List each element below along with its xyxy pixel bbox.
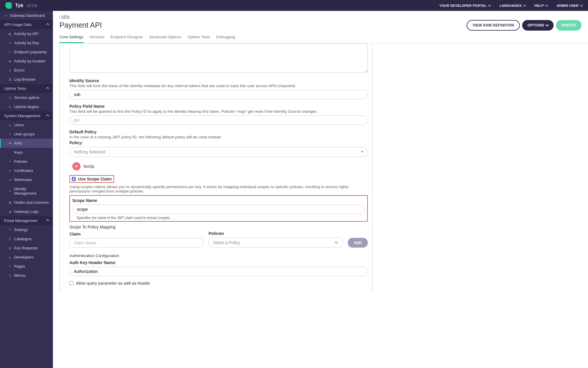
- tyk-logo-icon: [5, 2, 12, 9]
- tabs: Core Settings Versions Endpoint Designer…: [59, 35, 582, 43]
- scope-name-highlight: Scope Name Specifies the value of the JW…: [69, 195, 368, 222]
- error-icon: ⊘: [8, 69, 12, 72]
- log-icon: ▤: [8, 78, 12, 81]
- breadcrumb-apis[interactable]: ‹APIs: [59, 14, 69, 19]
- policy-icon: ✦: [8, 160, 12, 163]
- top-bar: Tyk (4.3.3) YOUR DEVELOPER PORTAL LANGUA…: [0, 0, 588, 11]
- dashboard-icon: ▭: [4, 14, 8, 17]
- sidebar-portal-settings[interactable]: ✎Settings: [0, 225, 53, 234]
- sidebar-webhooks[interactable]: ☍Webhooks: [0, 175, 53, 184]
- sidebar-apis[interactable]: ✱APIs: [0, 139, 53, 148]
- sidebar-user-groups[interactable]: ☷User groups: [0, 130, 53, 139]
- tab-endpoint-designer[interactable]: Endpoint Designer: [111, 35, 143, 43]
- brand-text: Tyk: [15, 3, 24, 8]
- chevron-down-icon: [545, 23, 549, 26]
- sidebar-section-portal[interactable]: Portal Management: [0, 216, 53, 225]
- tab-debugging[interactable]: Debugging: [216, 35, 235, 43]
- public-key-textarea[interactable]: [69, 43, 368, 73]
- use-scope-claim-label: Use Scope Claim: [78, 177, 112, 181]
- key-icon: ✦: [8, 41, 12, 45]
- use-scope-claim-checkbox[interactable]: [72, 177, 76, 181]
- remove-noop-button[interactable]: [72, 162, 81, 170]
- sidebar-menus[interactable]: ☰Menus: [0, 271, 53, 280]
- view-raw-definition-button[interactable]: VIEW RAW DEFINITION: [467, 20, 520, 31]
- identity-source-input[interactable]: [69, 90, 368, 99]
- update-button[interactable]: UPDATE: [556, 20, 582, 31]
- noop-label: NoOp: [83, 164, 94, 169]
- allow-query-label: Allow query parameter as well as header: [76, 281, 150, 286]
- page-title: Payment API: [59, 21, 102, 29]
- sidebar-nodes-licenses[interactable]: ▦Nodes and Licenses: [0, 198, 53, 207]
- sidebar-section-system[interactable]: System Management: [0, 111, 53, 120]
- claim-label: Claim: [69, 232, 204, 236]
- default-policy-placeholder: Nothing Selected: [74, 150, 105, 154]
- sidebar-section-uptime[interactable]: Uptime Tests: [0, 84, 53, 93]
- tab-uptime-tests[interactable]: Uptime Tests: [187, 35, 210, 43]
- webhook-icon: ☍: [8, 178, 12, 182]
- chevron-up-icon: [46, 87, 49, 90]
- chart-icon: ◧: [8, 32, 12, 36]
- scope-name-input[interactable]: [72, 205, 365, 214]
- cert-icon: ●: [8, 169, 12, 173]
- sidebar-activity-by-key[interactable]: ✦Activity by Key: [0, 38, 53, 47]
- topbar-nav: YOUR DEVELOPER PORTAL LANGUAGES HELP ADM…: [440, 4, 583, 7]
- scope-mapping-label: Scope To Policy Mapping: [69, 225, 368, 229]
- globe-icon: ◉: [8, 59, 12, 63]
- noop-row: NoOp: [72, 162, 368, 170]
- chevron-left-icon: ‹: [59, 14, 61, 19]
- claim-name-input[interactable]: [69, 238, 204, 248]
- version-text: (4.3.3): [27, 4, 37, 8]
- auth-header-input[interactable]: [69, 267, 368, 276]
- sidebar-section-api-usage[interactable]: API Usage Data: [0, 20, 53, 29]
- identity-icon: ↲: [8, 189, 12, 193]
- sidebar-gateway-logs[interactable]: ▤Gateway Logs: [0, 207, 53, 216]
- scope-claim-help: Using scopes claims allows you to dynami…: [69, 185, 368, 193]
- tab-core-settings[interactable]: Core Settings: [59, 35, 83, 43]
- chevron-up-icon: [46, 23, 49, 26]
- options-button[interactable]: OPTIONS: [522, 20, 554, 31]
- add-mapping-button[interactable]: ADD: [348, 238, 368, 248]
- tab-versions[interactable]: Versions: [89, 35, 105, 43]
- chevron-down-icon: [523, 3, 526, 6]
- default-policy-block: Default Policy In the case of a missing …: [69, 130, 368, 157]
- sidebar-activity-by-api[interactable]: ◧Activity by API: [0, 29, 53, 38]
- sidebar-uptime-targets[interactable]: ◎Uptime targets: [0, 102, 53, 111]
- uptime-icon: ◷: [8, 96, 12, 100]
- sidebar-policies[interactable]: ✦Policies: [0, 157, 53, 166]
- default-policy-select[interactable]: Nothing Selected: [69, 147, 368, 157]
- brand-area: Tyk (4.3.3): [5, 2, 37, 9]
- admin-user-menu[interactable]: ADMIN USER: [557, 4, 583, 7]
- sidebar-users[interactable]: ▲Users: [0, 120, 53, 130]
- api-icon: ✱: [8, 142, 12, 145]
- sidebar-certificates[interactable]: ●Certificates: [0, 166, 53, 175]
- chevron-up-icon: [46, 114, 49, 117]
- user-icon: ▲: [8, 123, 12, 127]
- developer-portal-link[interactable]: YOUR DEVELOPER PORTAL: [440, 4, 491, 7]
- sidebar-pages[interactable]: ✎Pages: [0, 262, 53, 271]
- auth-header-block: Auth Key Header Name:: [69, 260, 368, 276]
- allow-query-checkbox[interactable]: [69, 281, 74, 285]
- languages-link[interactable]: LANGUAGES: [500, 4, 526, 7]
- sidebar-identity-management[interactable]: ↲Identity Management: [0, 184, 53, 198]
- devs-icon: ▲: [8, 256, 12, 259]
- scope-name-help: Specifies the value of the JWT claim use…: [76, 216, 365, 220]
- catalogue-icon: ☰: [8, 237, 12, 241]
- chevron-down-icon: [580, 3, 583, 6]
- sidebar-gateway-dashboard[interactable]: ▭Gateway Dashboard: [0, 11, 53, 20]
- sidebar-keys[interactable]: ⋮Keys: [0, 148, 53, 157]
- help-link[interactable]: HELP: [534, 4, 548, 7]
- users-icon: ☷: [8, 132, 12, 136]
- sidebar-service-uptime[interactable]: ◷Service uptime: [0, 93, 53, 102]
- sidebar-catalogue[interactable]: ☰Catalogue: [0, 234, 53, 243]
- sidebar-errors[interactable]: ⊘Errors: [0, 66, 53, 75]
- identity-source-label: Identity Source: [69, 78, 368, 83]
- content-scroll[interactable]: Identity Source This field will form the…: [53, 43, 588, 368]
- sidebar-endpoint-popularity[interactable]: ▷Endpoint popularity: [0, 47, 53, 57]
- sidebar-developers[interactable]: ▲Developers: [0, 253, 53, 262]
- sidebar-activity-by-location[interactable]: ◉Activity by location: [0, 57, 53, 66]
- sidebar-key-requests[interactable]: ⊞Key Requests: [0, 243, 53, 253]
- policy-field-name-input[interactable]: [69, 115, 368, 125]
- sidebar-log-browser[interactable]: ▤Log Browser: [0, 75, 53, 84]
- tab-advanced-options[interactable]: Advanced Options: [149, 35, 181, 43]
- policies-select[interactable]: Select a Policy: [208, 238, 343, 248]
